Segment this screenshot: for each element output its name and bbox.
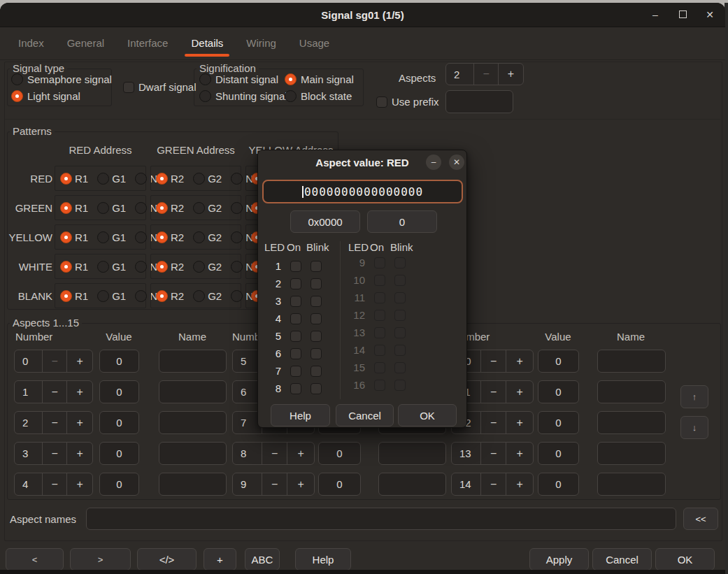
- led-on-checkbox[interactable]: [290, 261, 301, 272]
- radio-icon[interactable]: [97, 290, 109, 302]
- led-on-checkbox[interactable]: [290, 278, 301, 289]
- pattern-radio-g1[interactable]: G1: [97, 231, 126, 243]
- number-minus-button[interactable]: −: [262, 473, 287, 495]
- pattern-radio-r2[interactable]: R2: [156, 261, 184, 273]
- number-minus-button[interactable]: −: [42, 473, 67, 495]
- radio-icon[interactable]: [193, 202, 205, 214]
- tab-interface[interactable]: Interface: [127, 27, 168, 59]
- number-plus-button[interactable]: +: [287, 473, 314, 495]
- radio-icon[interactable]: [193, 261, 205, 273]
- radio-icon[interactable]: [156, 231, 168, 243]
- radio-icon[interactable]: [231, 261, 243, 273]
- modal-cancel-button[interactable]: Cancel: [336, 404, 394, 426]
- radio-icon[interactable]: [199, 73, 211, 85]
- aspect-value-input[interactable]: 0000000000000000: [262, 180, 463, 203]
- number-minus-button[interactable]: −: [480, 381, 506, 403]
- number-plus-button[interactable]: +: [66, 412, 92, 433]
- aspect-value-field[interactable]: 0: [318, 473, 361, 496]
- footer-help-button[interactable]: Help: [295, 548, 351, 571]
- radio-icon[interactable]: [231, 290, 243, 302]
- radio-icon[interactable]: [97, 231, 109, 243]
- led-blink-checkbox[interactable]: [311, 331, 322, 342]
- aspect-name-field[interactable]: [597, 380, 666, 403]
- prefix-input[interactable]: [445, 90, 513, 113]
- radio-icon[interactable]: [97, 173, 109, 185]
- number-plus-button[interactable]: +: [66, 350, 92, 372]
- radio-icon[interactable]: [156, 261, 168, 273]
- tab-usage[interactable]: Usage: [299, 27, 329, 59]
- aspect-value-field[interactable]: 0: [538, 380, 579, 403]
- aspect-value-field[interactable]: 0: [538, 473, 579, 496]
- number-plus-button[interactable]: +: [506, 412, 533, 433]
- pattern-radio-g1[interactable]: G1: [97, 290, 126, 302]
- move-down-button[interactable]: ↓: [680, 416, 708, 439]
- led-on-checkbox[interactable]: [290, 296, 301, 307]
- tab-general[interactable]: General: [67, 27, 104, 59]
- number-minus-button[interactable]: −: [480, 473, 506, 495]
- dialog-close-icon[interactable]: ✕: [449, 155, 464, 170]
- number-plus-button[interactable]: +: [287, 443, 314, 464]
- aspect-number-value[interactable]: 1: [15, 381, 42, 403]
- pattern-radio-g2[interactable]: G2: [193, 290, 222, 302]
- radio-icon[interactable]: [97, 202, 109, 214]
- radio-icon[interactable]: [193, 290, 205, 302]
- modal-help-button[interactable]: Help: [271, 404, 330, 426]
- radio-icon[interactable]: [135, 261, 147, 273]
- pattern-radio-r2[interactable]: R2: [156, 231, 184, 243]
- footer-cancel-button[interactable]: Cancel: [592, 548, 652, 571]
- checkbox-icon[interactable]: [376, 96, 387, 108]
- radio-icon[interactable]: [231, 231, 243, 243]
- aspect-name-field[interactable]: [159, 380, 227, 403]
- hex-value-button[interactable]: 0x0000: [290, 210, 360, 233]
- maximize-icon[interactable]: [677, 10, 688, 20]
- number-minus-button[interactable]: −: [480, 350, 506, 372]
- number-minus-button[interactable]: −: [262, 443, 287, 464]
- aspect-value-field[interactable]: 0: [318, 442, 361, 465]
- radio-semaphore-signal[interactable]: Semaphore signal: [11, 73, 112, 85]
- radio-icon[interactable]: [60, 290, 72, 302]
- aspect-value-field[interactable]: 0: [538, 442, 579, 465]
- minimize-icon[interactable]: –: [650, 10, 661, 20]
- number-plus-button[interactable]: +: [66, 381, 92, 403]
- number-plus-button[interactable]: +: [506, 443, 533, 464]
- radio-icon[interactable]: [193, 231, 205, 243]
- footer-add-button[interactable]: +: [204, 548, 236, 571]
- radio-icon[interactable]: [135, 173, 147, 185]
- aspect-name-field[interactable]: [597, 411, 666, 434]
- tab-wiring[interactable]: Wiring: [246, 27, 276, 59]
- aspect-name-field[interactable]: [597, 350, 666, 373]
- number-plus-button[interactable]: +: [506, 350, 533, 372]
- use-prefix-checkbox[interactable]: Use prefix: [376, 96, 439, 108]
- aspect-name-field[interactable]: [378, 473, 446, 496]
- radio-icon[interactable]: [231, 173, 243, 185]
- aspect-number-value[interactable]: 2: [15, 412, 42, 433]
- aspect-value-field[interactable]: 0: [99, 442, 139, 465]
- close-icon[interactable]: ✕: [704, 10, 715, 20]
- dec-value-button[interactable]: 0: [367, 210, 437, 233]
- number-minus-button[interactable]: −: [42, 412, 67, 433]
- pattern-radio-g2[interactable]: G2: [193, 261, 222, 273]
- led-blink-checkbox[interactable]: [311, 348, 322, 359]
- aspect-number-value[interactable]: 13: [452, 443, 480, 464]
- number-minus-button[interactable]: −: [42, 381, 67, 403]
- dialog-minimize-icon[interactable]: –: [426, 155, 441, 170]
- led-blink-checkbox[interactable]: [311, 366, 322, 377]
- aspect-value-field[interactable]: 0: [99, 380, 139, 403]
- aspect-name-field[interactable]: [597, 442, 666, 465]
- radio-icon[interactable]: [285, 73, 297, 85]
- radio-main-signal[interactable]: Main signal: [285, 73, 354, 85]
- aspect-number-value[interactable]: 9: [233, 473, 262, 495]
- aspects-plus-button[interactable]: +: [498, 64, 523, 85]
- radio-icon[interactable]: [11, 90, 23, 102]
- pattern-radio-r2[interactable]: R2: [156, 290, 184, 302]
- pattern-radio-r1[interactable]: R1: [60, 290, 88, 302]
- aspect-name-field[interactable]: [159, 350, 227, 373]
- radio-icon[interactable]: [156, 290, 168, 302]
- titlebar[interactable]: Signal sg01 (1/5) – ✕: [0, 3, 725, 27]
- pattern-radio-r1[interactable]: R1: [60, 261, 88, 273]
- tab-details[interactable]: Details: [191, 27, 223, 59]
- aspect-value-field[interactable]: 0: [99, 411, 139, 434]
- collapse-button[interactable]: <<: [683, 508, 718, 530]
- aspect-number-value[interactable]: 3: [15, 443, 42, 464]
- pattern-radio-r1[interactable]: R1: [60, 202, 88, 214]
